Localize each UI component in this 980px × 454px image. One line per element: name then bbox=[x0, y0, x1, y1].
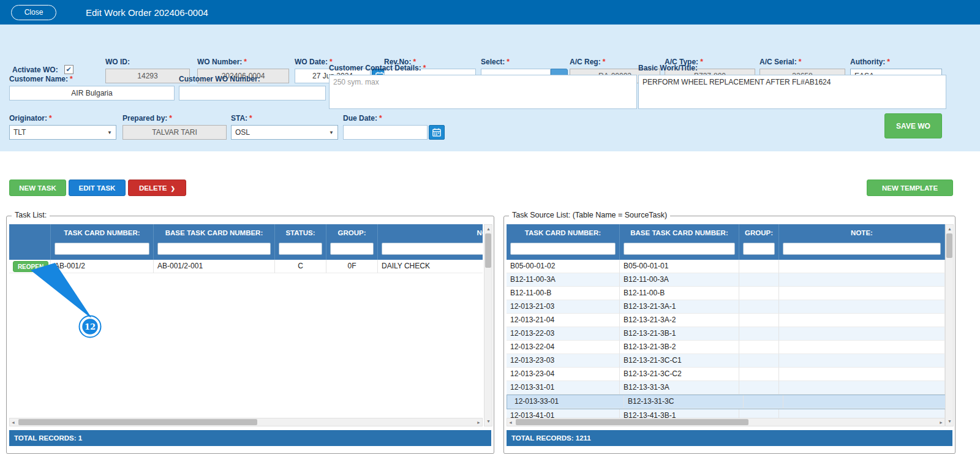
required-asterisk: * bbox=[249, 114, 252, 123]
basic-work-textarea[interactable]: PERFORM WHEEL REPLACEMENT AFTER FL#AB162… bbox=[638, 75, 946, 109]
source-task-row[interactable]: 12-013-41-01B12-13-41-3B-1 bbox=[507, 409, 945, 418]
source-task-row[interactable]: 12-013-21-03B12-13-21-3A-1 bbox=[507, 300, 945, 314]
scrollbar-thumb[interactable] bbox=[516, 419, 748, 425]
cell-note bbox=[779, 300, 945, 314]
task-list-vertical-scrollbar[interactable]: ▲ ▼ bbox=[484, 224, 492, 426]
cell-base-task-card-number: B12-11-00-B bbox=[620, 287, 739, 300]
wo-id-label: WO ID: bbox=[105, 58, 130, 66]
source-task-row[interactable]: 12-013-23-04B12-13-21-3C-C2 bbox=[507, 368, 945, 381]
scroll-right-icon[interactable]: ► bbox=[477, 419, 481, 426]
cell-task-card-number: 12-013-21-04 bbox=[507, 314, 620, 327]
cell-note bbox=[779, 381, 945, 395]
page-title: Edit Work Order 202406-0004 bbox=[86, 7, 208, 18]
scroll-left-icon[interactable]: ◄ bbox=[11, 419, 15, 426]
cell-group bbox=[739, 354, 779, 368]
cell-group bbox=[739, 341, 779, 354]
work-order-form: Activate WO: ✔ WO ID: WO Number:* WO Dat… bbox=[0, 25, 980, 151]
column-header-label: TASK CARD NUMBER: bbox=[507, 224, 619, 241]
originator-select[interactable]: TLT▼ bbox=[9, 125, 116, 140]
task-source-filter-input[interactable] bbox=[783, 243, 941, 255]
cell-note bbox=[779, 368, 945, 381]
cell-group bbox=[739, 287, 779, 300]
task-list-row[interactable]: REOPENAB-001/2AB-001/2-001C0FDAILY CHECK bbox=[9, 260, 483, 273]
cell-note bbox=[779, 260, 945, 273]
cell-base-task-card-number: B12-11-00-3A bbox=[620, 273, 739, 287]
column-header: GROUP: bbox=[739, 224, 779, 260]
task-source-filter-input[interactable] bbox=[510, 243, 616, 255]
sta-select[interactable]: OSL▼ bbox=[231, 125, 338, 140]
close-button[interactable]: Close bbox=[11, 5, 56, 20]
customer-contact-textarea[interactable] bbox=[329, 75, 637, 109]
column-header: BASE TASK CARD NUMBER: bbox=[620, 224, 739, 260]
cell-task-card-number: 12-013-31-01 bbox=[507, 381, 620, 395]
source-task-row[interactable]: B05-00-01-02B05-00-01-01 bbox=[507, 260, 945, 273]
column-header: TASK CARD NUMBER: bbox=[507, 224, 620, 260]
scroll-up-icon[interactable]: ▲ bbox=[948, 225, 952, 233]
originator-field: Originator:* TLT▼ bbox=[9, 114, 116, 140]
source-task-row[interactable]: 12-013-23-03B12-13-21-3C-C1 bbox=[507, 354, 945, 368]
task-source-filter-input[interactable] bbox=[743, 243, 775, 255]
source-task-row[interactable]: 12-013-31-01B12-13-31-3A bbox=[507, 381, 945, 395]
source-task-row[interactable]: 12-013-33-01B12-13-31-3C bbox=[507, 395, 945, 409]
task-list-total: TOTAL RECORDS: 1 bbox=[9, 430, 491, 446]
activate-wo-checkbox[interactable]: ✔ bbox=[64, 65, 74, 74]
cell-group bbox=[739, 300, 779, 314]
task-list-horizontal-scrollbar[interactable]: ◄ ► bbox=[9, 418, 483, 426]
source-task-row[interactable]: B12-11-00-BB12-11-00-B bbox=[507, 287, 945, 300]
customer-contact-label: Customer Contact Details: bbox=[329, 64, 421, 72]
edit-task-button[interactable]: EDIT TASK bbox=[69, 180, 126, 196]
task-source-vertical-scrollbar[interactable]: ▲ ▼ bbox=[945, 224, 954, 426]
scrollbar-thumb[interactable] bbox=[946, 233, 952, 258]
scrollbar-thumb[interactable] bbox=[485, 233, 491, 268]
scroll-left-icon[interactable]: ◄ bbox=[508, 419, 513, 426]
task-list-filter-input[interactable] bbox=[382, 243, 483, 255]
task-list-filter-input[interactable] bbox=[55, 243, 149, 255]
scroll-down-icon[interactable]: ▼ bbox=[486, 418, 491, 425]
prepared-by-input[interactable] bbox=[123, 125, 227, 140]
required-asterisk: * bbox=[244, 58, 247, 66]
source-task-row[interactable]: 12-013-22-04B12-13-21-3B-2 bbox=[507, 341, 945, 354]
column-header-label: STATUS: bbox=[275, 224, 326, 241]
task-source-horizontal-scrollbar[interactable]: ◄ ► bbox=[507, 418, 945, 426]
task-list-legend: Task List: bbox=[12, 211, 50, 219]
new-template-button[interactable]: NEW TEMPLATE bbox=[867, 180, 953, 196]
task-source-header: TASK CARD NUMBER:BASE TASK CARD NUMBER:G… bbox=[507, 224, 945, 260]
delete-button[interactable]: DELETE❯ bbox=[128, 180, 186, 196]
originator-value: TLT bbox=[13, 128, 26, 137]
originator-label: Originator: bbox=[9, 114, 47, 123]
chevron-right-icon: ❯ bbox=[170, 186, 175, 192]
column-header bbox=[9, 224, 51, 260]
source-task-row[interactable]: 12-013-21-04B12-13-21-3A-2 bbox=[507, 314, 945, 327]
task-source-filter-input[interactable] bbox=[624, 243, 735, 255]
scroll-right-icon[interactable]: ► bbox=[939, 419, 943, 426]
source-task-row[interactable]: 12-013-22-03B12-13-21-3B-1 bbox=[507, 327, 945, 341]
task-list-table: TASK CARD NUMBER:BASE TASK CARD NUMBER:S… bbox=[9, 224, 483, 418]
scroll-up-icon[interactable]: ▲ bbox=[486, 225, 491, 233]
task-source-list-panel: Task Source List: (Table Name = SourceTa… bbox=[503, 216, 956, 454]
scroll-down-icon[interactable]: ▼ bbox=[948, 418, 952, 425]
column-header: BASE TASK CARD NUMBER: bbox=[154, 224, 275, 260]
customer-name-input[interactable] bbox=[9, 86, 175, 100]
cell-status: C bbox=[275, 260, 326, 273]
new-task-button[interactable]: NEW TASK bbox=[9, 180, 66, 196]
task-list-filter-input[interactable] bbox=[279, 243, 322, 255]
prepared-by-field: Prepared by:* bbox=[123, 114, 227, 140]
basic-work-field: Basic Work/Title: PERFORM WHEEL REPLACEM… bbox=[638, 64, 946, 112]
cell-task-card-number: 12-013-23-03 bbox=[507, 354, 620, 368]
task-action-cell: REOPEN bbox=[9, 260, 51, 273]
cell-note bbox=[783, 395, 945, 409]
reopen-button[interactable]: REOPEN bbox=[13, 261, 48, 272]
cell-note bbox=[779, 409, 945, 418]
customer-wo-number-input[interactable] bbox=[179, 86, 326, 100]
scrollbar-thumb[interactable] bbox=[18, 419, 257, 425]
task-list-filter-input[interactable] bbox=[157, 243, 271, 255]
cell-group bbox=[744, 395, 783, 409]
source-task-row[interactable]: B12-11-00-3AB12-11-00-3A bbox=[507, 273, 945, 287]
task-list-filter-input[interactable] bbox=[330, 243, 374, 255]
save-wo-button[interactable]: SAVE WO bbox=[884, 113, 942, 138]
due-date-calendar-button[interactable] bbox=[429, 125, 445, 140]
due-date-input[interactable] bbox=[343, 125, 428, 140]
required-asterisk: * bbox=[169, 114, 172, 123]
required-asterisk: * bbox=[423, 64, 426, 72]
due-date-label: Due Date: bbox=[343, 114, 377, 123]
